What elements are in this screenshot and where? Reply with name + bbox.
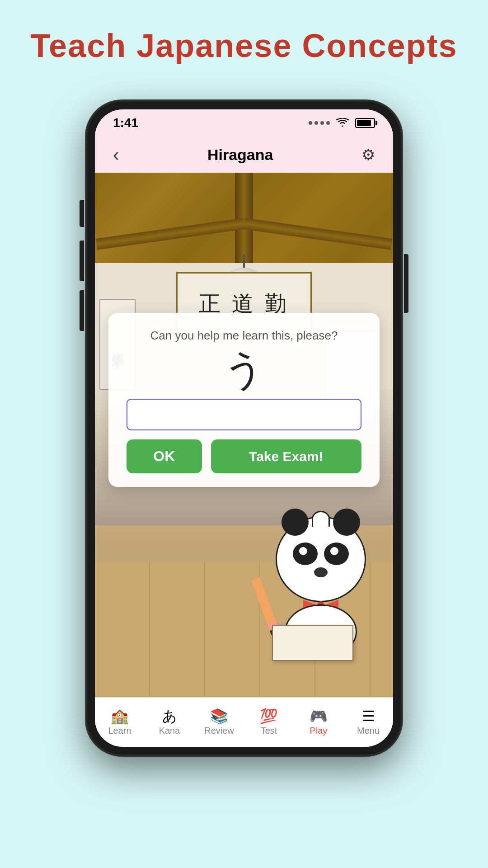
phone-mockup: 1:41 ‹ H [86, 100, 402, 756]
panda-book [272, 625, 353, 661]
panda-ear-right [333, 509, 360, 536]
back-button[interactable]: ‹ [113, 145, 119, 165]
phone-screen: 1:41 ‹ H [95, 109, 393, 747]
quiz-character: う [127, 347, 361, 392]
panda-head [276, 516, 366, 602]
test-icon: 💯 [260, 709, 278, 723]
panda-eye-right [324, 542, 349, 565]
quiz-buttons: OK Take Exam! [127, 439, 361, 473]
nav-title: Hiragana [207, 146, 273, 164]
bottom-navigation: 🏫 Learn あ Kana 📚 Review 💯 Test 🎮 Play ☰ [95, 697, 393, 747]
nav-label-test: Test [261, 726, 277, 736]
volume-down-button [80, 290, 84, 331]
learn-icon: 🏫 [111, 709, 129, 723]
quiz-card: Can you help me learn this, please? う OK… [108, 313, 380, 487]
panda-ear-left [282, 509, 309, 536]
panda-nose [314, 567, 328, 577]
navigation-bar: ‹ Hiragana ⚙ [95, 137, 393, 173]
volume-up-button [80, 241, 84, 281]
nav-item-test[interactable]: 💯 Test [244, 709, 294, 736]
panda-character [258, 516, 384, 661]
nav-label-menu: Menu [357, 726, 380, 736]
kana-icon: あ [162, 709, 177, 723]
nav-item-learn[interactable]: 🏫 Learn [95, 709, 145, 736]
review-icon: 📚 [210, 709, 228, 723]
quiz-question: Can you help me learn this, please? [127, 329, 361, 343]
nav-item-kana[interactable]: あ Kana [145, 709, 194, 736]
wifi-icon [336, 116, 349, 130]
play-icon: 🎮 [310, 709, 328, 723]
nav-item-menu[interactable]: ☰ Menu [343, 709, 393, 736]
nav-item-play[interactable]: 🎮 Play [294, 709, 343, 736]
page-title: Teach Japanese Concepts [30, 27, 457, 64]
settings-button[interactable]: ⚙ [361, 146, 375, 164]
status-bar: 1:41 [95, 109, 393, 137]
panda [258, 516, 384, 661]
ok-button[interactable]: OK [127, 439, 202, 473]
nav-label-review: Review [204, 726, 234, 736]
panda-hair [312, 511, 330, 527]
menu-icon: ☰ [362, 709, 375, 723]
panda-eye-left [293, 542, 318, 565]
nav-label-play: Play [310, 726, 328, 736]
volume-mute-button [80, 200, 84, 227]
take-exam-button[interactable]: Take Exam! [211, 439, 361, 473]
signal-icon [309, 121, 330, 125]
nav-label-learn: Learn [108, 726, 131, 736]
main-content: 正 道 勤 大切勉学 Can you help me learn this, p… [95, 173, 393, 697]
status-icons [309, 116, 375, 130]
power-button [404, 254, 408, 313]
battery-icon [355, 118, 375, 128]
nav-item-review[interactable]: 📚 Review [194, 709, 244, 736]
nav-label-kana: Kana [159, 726, 180, 736]
quiz-answer-input[interactable] [127, 399, 361, 430]
status-time: 1:41 [113, 116, 138, 130]
